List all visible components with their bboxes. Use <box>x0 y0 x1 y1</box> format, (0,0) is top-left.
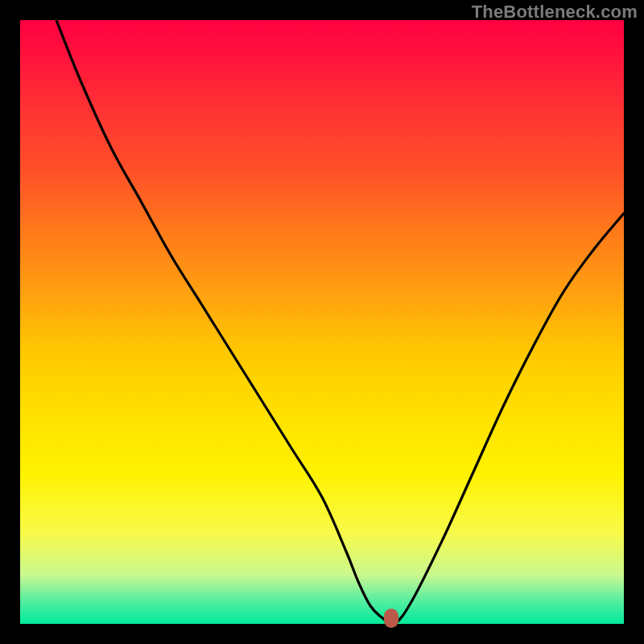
chart-container: TheBottleneck.com <box>0 0 644 644</box>
curve-svg <box>20 20 624 624</box>
plot-area <box>20 20 624 624</box>
bottleneck-curve <box>56 20 624 624</box>
watermark-label: TheBottleneck.com <box>472 2 638 23</box>
optimal-point-marker <box>384 609 398 628</box>
